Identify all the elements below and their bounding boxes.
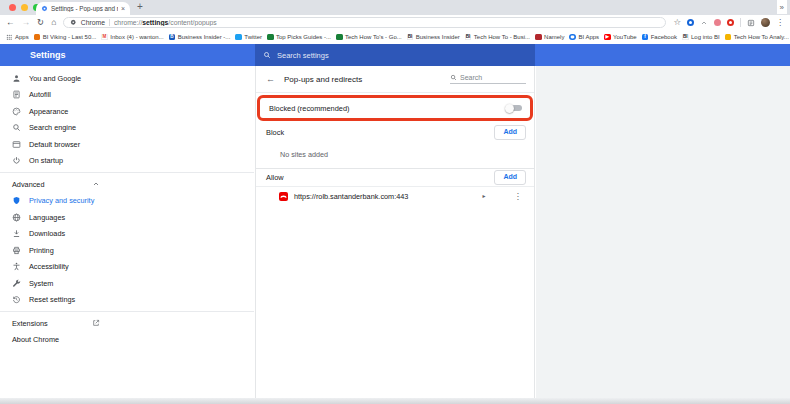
chevron-right-icon[interactable]: ▸ xyxy=(482,193,485,199)
search-icon xyxy=(450,74,457,81)
extension-form-icon[interactable] xyxy=(747,19,755,27)
sidebar-item[interactable]: Autofill xyxy=(0,87,254,104)
bookmark-favicon xyxy=(336,34,343,41)
bookmark-item[interactable]: BI Viking - Last 50... xyxy=(34,34,97,41)
bookmark-star-icon[interactable]: ☆ xyxy=(673,18,681,27)
bookmark-item[interactable]: BI Business Insider xyxy=(407,34,460,41)
bookmark-label: Tech How To Analy... xyxy=(734,34,789,40)
block-section-header: Block Add xyxy=(256,124,534,141)
allow-add-button[interactable]: Add xyxy=(494,170,526,184)
browser-menu-icon[interactable]: ⋮ xyxy=(776,19,784,27)
sidebar-item[interactable]: On startup xyxy=(0,153,254,170)
block-empty-state: No sites added xyxy=(256,141,534,168)
settings-gear-icon xyxy=(41,5,48,12)
browser-toolbar: ← → ↻ ⌂ Chrome chrome://settings/content… xyxy=(0,15,790,30)
tab-title: Settings - Pop-ups and redirects xyxy=(51,5,118,12)
bookmark-item[interactable]: Twitter xyxy=(235,34,262,41)
sidebar-item[interactable]: Search engine xyxy=(0,120,254,137)
extension-pink-icon[interactable] xyxy=(714,19,721,26)
allowed-site-row: https://rolb.santanderbank.com:443 ▸ ⋮ xyxy=(256,186,534,205)
back-arrow-icon[interactable]: ← xyxy=(266,75,275,84)
omnibox-url: chrome://settings/content/popups xyxy=(114,19,217,26)
sidebar-item-label: You and Google xyxy=(29,74,81,83)
card-header: ← Pop-ups and redirects xyxy=(256,66,534,93)
tab-close-icon[interactable]: × xyxy=(121,5,125,12)
settings-search-field[interactable] xyxy=(255,44,535,66)
minimize-window-button[interactable] xyxy=(21,4,28,11)
sidebar-item[interactable]: You and Google xyxy=(0,70,254,87)
autofill-icon xyxy=(12,90,21,99)
bookmark-favicon xyxy=(235,34,242,41)
more-actions-icon[interactable]: ⋮ xyxy=(514,192,523,201)
sidebar-item[interactable]: Privacy and security xyxy=(0,193,254,210)
settings-header-left: Settings xyxy=(0,44,255,66)
settings-search-input[interactable] xyxy=(277,51,447,60)
allow-section-header: Allow Add xyxy=(256,169,534,186)
bookmark-favicon xyxy=(725,34,732,41)
new-tab-button[interactable]: + xyxy=(137,1,143,12)
extension-red-ring-icon[interactable] xyxy=(727,19,734,26)
sidebar-item[interactable]: Accessibility xyxy=(0,259,254,276)
chevron-up-icon xyxy=(92,180,100,188)
browser-tab[interactable]: Settings - Pop-ups and redirects × xyxy=(36,2,130,15)
profile-avatar[interactable] xyxy=(761,18,770,27)
extension-blue-ring-icon[interactable] xyxy=(687,19,694,26)
bookmark-item[interactable]: B Business Insider -... xyxy=(169,34,231,41)
block-add-button[interactable]: Add xyxy=(494,125,526,139)
advanced-label: Advanced xyxy=(12,180,44,189)
bookmark-item[interactable]: BI Apps xyxy=(569,34,599,41)
bookmark-label: Tech How To's - Go... xyxy=(345,34,402,40)
bookmark-favicon xyxy=(569,34,576,41)
bookmark-item[interactable]: Namely xyxy=(535,34,564,41)
back-icon[interactable]: ← xyxy=(6,18,15,27)
close-window-button[interactable] xyxy=(9,4,16,11)
settings-title: Settings xyxy=(30,50,66,60)
bookmark-item[interactable]: f Facebook xyxy=(642,34,677,41)
reload-icon[interactable]: ↻ xyxy=(37,18,44,27)
sidebar-item-extensions[interactable]: Extensions xyxy=(0,315,100,332)
sidebar-item[interactable]: Printing xyxy=(0,242,254,259)
bookmark-item[interactable]: Tech How To Analy... xyxy=(725,34,789,41)
browser-window: Settings - Pop-ups and redirects × + ← →… xyxy=(0,0,790,404)
bookmark-favicon xyxy=(267,34,274,41)
sidebar-item-label: Default browser xyxy=(29,140,80,149)
sidebar-item[interactable]: Appearance xyxy=(0,103,254,120)
sidebar-item[interactable]: System xyxy=(0,275,254,292)
home-icon[interactable]: ⌂ xyxy=(51,18,56,27)
highlight-annotation-box: Blocked (recommended) xyxy=(257,95,533,121)
page-search-input[interactable] xyxy=(460,74,518,81)
browser-icon xyxy=(12,140,21,149)
sidebar-item[interactable]: Downloads xyxy=(0,226,254,243)
address-bar[interactable]: Chrome chrome://settings/content/popups xyxy=(63,17,666,28)
bookmark-label: Top Picks Guides -... xyxy=(276,34,331,40)
bookmark-item[interactable]: BI Tech How To - Busi... xyxy=(465,34,530,41)
download-icon xyxy=(12,229,21,238)
toggle-knob xyxy=(505,104,514,113)
sidebar-divider xyxy=(0,172,254,173)
sidebar-item[interactable]: Languages xyxy=(0,209,254,226)
sidebar-item-about-chrome[interactable]: About Chrome xyxy=(0,332,254,349)
santander-favicon xyxy=(279,192,288,201)
bookmark-favicon xyxy=(535,34,542,41)
person-icon xyxy=(12,74,21,83)
bookmarks-overflow-icon[interactable]: » xyxy=(777,0,787,14)
bookmark-item[interactable]: Top Picks Guides -... xyxy=(267,34,331,41)
page-search-field[interactable] xyxy=(450,74,526,84)
bookmark-label: Twitter xyxy=(244,34,262,40)
page-info-icon[interactable] xyxy=(70,19,77,26)
sidebar-menu-top: You and Google Autofill Appearance Searc… xyxy=(0,70,254,169)
allow-section-title: Allow xyxy=(266,173,284,182)
blocked-toggle-switch[interactable] xyxy=(506,105,522,111)
bookmark-item[interactable]: BI Log into BI xyxy=(682,34,720,41)
bookmark-item[interactable]: M Inbox (4) - wanton... xyxy=(101,34,163,41)
page-title: Pop-ups and redirects xyxy=(284,75,362,84)
extension-caret-icon[interactable] xyxy=(700,19,708,27)
blocked-toggle-label: Blocked (recommended) xyxy=(269,104,350,113)
bookmark-item[interactable]: Apps xyxy=(6,34,29,41)
bookmark-item[interactable]: Tech How To's - Go... xyxy=(336,34,402,41)
sidebar-advanced-toggle[interactable]: Advanced xyxy=(0,176,100,193)
sidebar-item[interactable]: Default browser xyxy=(0,136,254,153)
sidebar-item[interactable]: Reset settings xyxy=(0,292,254,309)
bookmark-item[interactable]: ▶ YouTube xyxy=(604,34,637,41)
bookmark-label: Namely xyxy=(544,34,564,40)
